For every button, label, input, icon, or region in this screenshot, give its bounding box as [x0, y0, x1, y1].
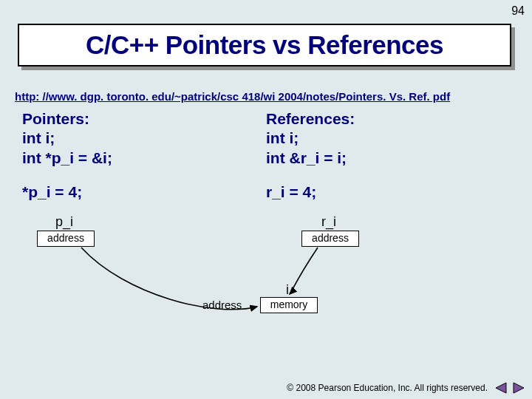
references-column: References: int i; int &r_i = i;	[266, 109, 355, 168]
addr-label: address	[202, 299, 242, 311]
ri-box: address	[301, 231, 359, 247]
pi-label: p_i	[55, 214, 73, 230]
prev-button[interactable]	[494, 381, 508, 395]
nav-buttons	[494, 381, 526, 395]
svg-marker-1	[514, 383, 524, 393]
pointers-heading: Pointers:	[22, 109, 112, 129]
pi-box: address	[37, 231, 95, 247]
slide-title: C/C++ Pointers vs References	[86, 30, 443, 60]
triangle-right-icon	[512, 382, 525, 394]
i-label: i	[286, 282, 289, 298]
reference-link[interactable]: http: //www. dgp. toronto. edu/~patrick/…	[15, 90, 450, 103]
copyright-text: © 2008 Pearson Education, Inc. All right…	[287, 383, 488, 393]
pointers-assign: *p_i = 4;	[22, 183, 82, 201]
memory-box: memory	[260, 297, 318, 313]
pointers-decl2: int *p_i = &i;	[22, 149, 112, 168]
pointers-decl1: int i;	[22, 129, 112, 148]
next-button[interactable]	[511, 381, 526, 395]
slide: 94 C/C++ Pointers vs References http: //…	[0, 0, 532, 399]
references-assign: r_i = 4;	[266, 183, 316, 201]
title-box: C/C++ Pointers vs References	[18, 24, 511, 66]
pointers-column: Pointers: int i; int *p_i = &i;	[22, 109, 112, 168]
ri-label: r_i	[321, 214, 336, 230]
title-container: C/C++ Pointers vs References	[18, 24, 514, 66]
references-decl2: int &r_i = i;	[266, 149, 355, 168]
references-decl1: int i;	[266, 129, 355, 148]
page-number: 94	[511, 4, 525, 18]
references-heading: References:	[266, 109, 355, 129]
svg-marker-0	[496, 383, 506, 393]
triangle-left-icon	[494, 382, 508, 394]
